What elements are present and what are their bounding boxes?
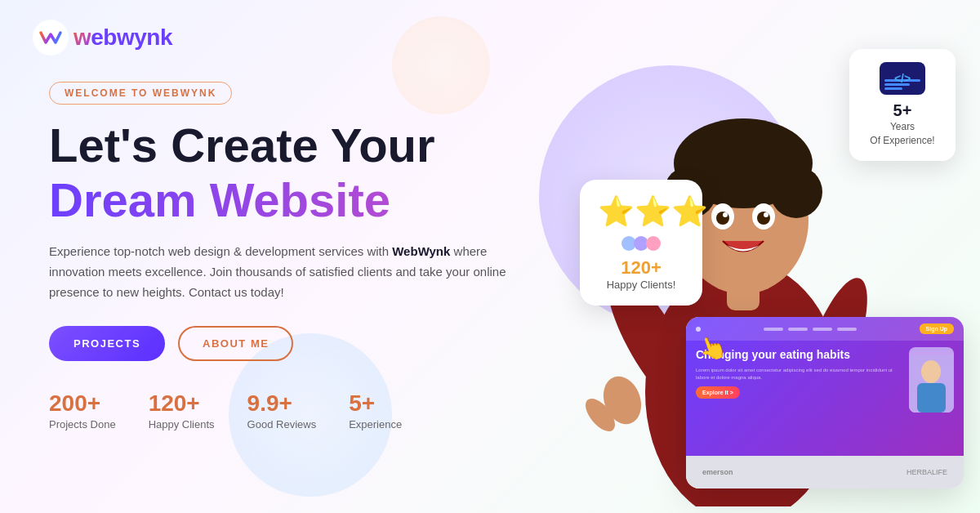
svg-point-14 [716,212,729,225]
projects-button[interactable]: PROJECTS [49,326,165,361]
stat-experience-label: Experience [349,418,402,430]
stat-reviews: 9.9+ Good Reviews [247,390,317,430]
right-section: </> 5+ YearsOf Experience! ⭐⭐⭐ 120+ Happ… [506,0,980,513]
laptop-nav: Sign Up [686,317,964,341]
svg-point-15 [757,212,770,225]
logo-icon [33,20,69,56]
main-content: WELCOME TO WEBWYNK Let's Create Your Dre… [49,82,539,430]
exp-line-3 [884,87,902,90]
laptop-nav-link-2 [788,328,808,331]
laptop-cta-button: Explore It > [696,386,740,399]
description-brand: WebWynk [392,244,450,258]
about-button[interactable]: ABOUT ME [178,326,293,361]
laptop-nav-link-1 [764,328,783,331]
stat-projects: 200+ Projects Done [49,390,116,430]
welcome-badge: WELCOME TO WEBWYNK [49,82,232,105]
stat-reviews-number: 9.9+ [247,390,292,417]
exp-text: YearsOf Experience! [870,120,934,148]
logo-brand-highlight: w [74,25,91,50]
header: webwynk [33,20,172,56]
laptop-base: emerson HERBALIFE [686,456,964,488]
stat-clients: 120+ Happy Clients [149,390,215,430]
clients-people-icon [598,234,684,256]
button-group: PROJECTS ABOUT ME [49,326,539,361]
headline-line1: Let's Create Your [49,119,539,172]
svg-point-11 [722,136,764,178]
stat-projects-number: 200+ [49,390,100,417]
laptop-nav-link-3 [813,328,832,331]
description-text: Experience top-notch web design & develo… [49,242,506,302]
svg-point-16 [723,212,728,217]
description-before: Experience top-notch web design & develo… [49,244,392,258]
logo-text-rest: eb [91,25,117,50]
stats-section: 200+ Projects Done 120+ Happy Clients 9.… [49,390,539,430]
stat-clients-number: 120+ [149,390,200,417]
laptop-nav-links [764,328,857,331]
laptop-brand-1: emerson [702,468,733,476]
laptop-brand-2: HERBALIFE [906,468,947,476]
laptop-person-image [909,347,954,413]
code-icon-box: </> [880,62,925,95]
experience-badge: </> 5+ YearsOf Experience! [849,49,956,161]
laptop-nav-button: Sign Up [920,323,954,334]
svg-point-27 [921,360,941,383]
svg-rect-28 [917,383,946,413]
stat-projects-label: Projects Done [49,418,116,430]
laptop-desc: Lorem ipsum dolor sit amet consectetur a… [696,367,897,381]
stat-experience-number: 5+ [349,390,375,417]
svg-point-25 [646,236,661,251]
laptop-card: Sign Up Changing your eating habits Lore… [686,317,964,488]
code-icon: </> [894,72,911,85]
headline-line2: Dream Website [49,173,539,228]
laptop-img-block [905,347,954,399]
logo-text-wynk: wynk [117,25,172,50]
clients-stars-icon: ⭐⭐⭐ [598,194,684,229]
clients-card: ⭐⭐⭐ 120+ Happy Clients! [580,180,702,306]
clients-number: 120+ [598,257,684,279]
laptop-screen: Sign Up Changing your eating habits Lore… [686,317,964,456]
laptop-nav-logo [696,327,701,332]
stat-reviews-label: Good Reviews [247,418,317,430]
clients-text: Happy Clients! [598,279,684,291]
laptop-nav-link-4 [837,328,857,331]
svg-point-0 [33,20,69,56]
logo-text: webwynk [74,25,172,51]
svg-point-17 [764,212,768,217]
stat-clients-label: Happy Clients [149,418,215,430]
exp-number: 5+ [893,101,912,120]
stat-experience: 5+ Experience [349,390,402,430]
